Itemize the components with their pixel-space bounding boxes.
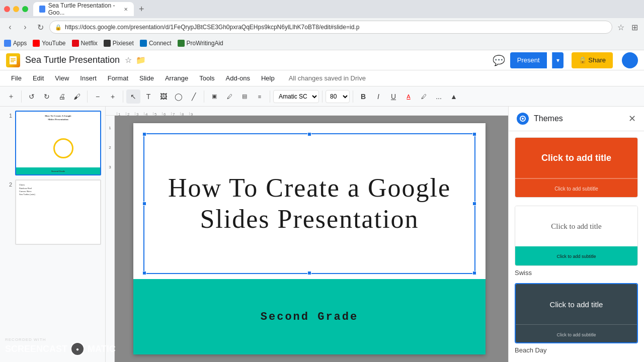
present-button[interactable]: Present — [510, 52, 547, 68]
slide-bottom-bar[interactable]: Second Grade — [133, 279, 486, 354]
text-tool-btn[interactable]: T — [141, 89, 155, 104]
select-tool-btn[interactable]: ↖ — [126, 89, 140, 104]
thumb2-content: Clams Rainbow Reef Canvas Skins Sea Turt… — [16, 180, 100, 243]
highlight-btn[interactable]: 🖊 — [417, 89, 431, 104]
theme2-title-placeholder: Click to add title — [551, 222, 601, 231]
user-avatar[interactable] — [622, 52, 638, 68]
slides-panel: 1 How To Create a GoogleSlides Presentat… — [0, 107, 106, 362]
app-container: Sea Turtle Presentation ☆ 📁 💬 Present ▾ … — [0, 50, 644, 362]
tab-close-btn[interactable]: ✕ — [124, 7, 128, 12]
minimize-window-btn[interactable] — [13, 6, 19, 12]
paint-format-btn[interactable]: 🖌 — [70, 89, 84, 104]
tick-4: 4 — [144, 112, 153, 115]
slide-main-title[interactable]: How To Create a Google Slides Presentati… — [143, 133, 475, 274]
menu-edit[interactable]: Edit — [28, 72, 49, 84]
themes-close-btn[interactable]: ✕ — [628, 113, 636, 124]
toolbar-divider-5 — [270, 90, 270, 103]
maximize-window-btn[interactable] — [22, 6, 28, 12]
print-btn[interactable]: 🖨 — [55, 89, 69, 104]
theme3-title-placeholder: Click to add title — [550, 300, 603, 309]
bookmark-youtube-label: YouTube — [42, 40, 65, 47]
add-btn[interactable]: ＋ — [4, 89, 18, 104]
tick-6: 6 — [162, 112, 171, 115]
image-tool-btn[interactable]: 🖼 — [156, 89, 171, 104]
canvas-area: 1 2 3 4 5 6 7 8 9 1 2 3 — [106, 107, 508, 362]
theme-item-2[interactable]: Click to add title Click to add subtitle… — [515, 206, 638, 277]
menu-file[interactable]: File — [6, 72, 27, 84]
apps-icon — [4, 40, 11, 47]
url-display: https://docs.google.com/presentation/d/1… — [65, 24, 359, 31]
active-tab[interactable]: Sea Turtle Presentation - Goo... ✕ — [33, 2, 134, 16]
menu-help[interactable]: Help — [256, 72, 280, 84]
lines-tool-btn[interactable]: ╱ — [187, 89, 201, 104]
doc-title[interactable]: Sea Turtle Presentation — [25, 55, 120, 65]
toolbar-divider-3 — [123, 90, 123, 103]
theme-item-3[interactable]: Click to add title Click to add subtitle… — [515, 283, 638, 354]
menu-addons[interactable]: Add-ons — [221, 72, 255, 84]
menu-tools[interactable]: Tools — [194, 72, 219, 84]
underline-btn[interactable]: U — [386, 89, 400, 104]
theme1-bottom: Click to add subtitle — [515, 178, 637, 198]
toolbar-divider-4 — [204, 90, 204, 103]
slide-thumb-1[interactable]: How To Create a GoogleSlides Presentatio… — [15, 111, 101, 175]
theme-preview-2: Click to add title Click to add subtitle — [515, 206, 638, 266]
recorded-with-text: RECORDED WITH — [5, 337, 46, 342]
redo-btn[interactable]: ↻ — [40, 89, 54, 104]
shapes-tool-btn[interactable]: ◯ — [172, 89, 186, 104]
bookmark-netflix[interactable]: Netflix — [72, 40, 98, 47]
theme1-title-placeholder: Click to add title — [541, 153, 611, 163]
close-window-btn[interactable] — [4, 6, 10, 12]
bookmark-prowritingaid[interactable]: ProWritingAid — [178, 40, 223, 47]
theme-item-1[interactable]: Click to add title Click to add subtitle — [515, 137, 638, 200]
star-icon[interactable]: ☆ — [125, 55, 132, 65]
toolbar-divider-2 — [87, 90, 88, 103]
theme1-subtitle-placeholder: Click to add subtitle — [554, 186, 598, 192]
italic-btn[interactable]: I — [371, 89, 385, 104]
slide-thumb-2[interactable]: Clams Rainbow Reef Canvas Skins Sea Turt… — [15, 179, 101, 244]
bookmark-pixieset[interactable]: Pixieset — [104, 40, 134, 47]
more-options-btn[interactable]: ... — [432, 89, 446, 104]
zoom-in-btn[interactable]: + — [106, 89, 120, 104]
extensions-icon[interactable]: ⊞ — [631, 23, 638, 32]
bg-color-btn[interactable]: ▣ — [207, 89, 221, 104]
reload-btn[interactable]: ↻ — [34, 23, 46, 32]
share-button[interactable]: 🔒 Share — [572, 52, 613, 68]
browser-chrome: Sea Turtle Presentation - Goo... ✕ + ‹ ›… — [0, 0, 644, 50]
font-selector[interactable]: Amatic SC — [273, 90, 319, 103]
border-width-btn[interactable]: ≡ — [253, 89, 267, 104]
save-status: All changes saved in Drive — [289, 74, 366, 82]
zoom-out-btn[interactable]: − — [91, 89, 105, 104]
border-color-btn[interactable]: ▤ — [237, 89, 252, 104]
bold-btn[interactable]: B — [356, 89, 370, 104]
undo-btn[interactable]: ↺ — [25, 89, 39, 104]
address-bar[interactable]: 🔒 https://docs.google.com/presentation/d… — [49, 21, 612, 34]
bookmark-apps[interactable]: Apps — [4, 40, 27, 47]
bookmark-star-icon[interactable]: ☆ — [617, 23, 624, 32]
bookmark-connect[interactable]: Connect — [140, 40, 172, 47]
present-dropdown-btn[interactable]: ▾ — [552, 52, 564, 68]
font-size-selector[interactable]: 80 — [326, 90, 350, 103]
theme2-subtitle-placeholder: Click to add subtitle — [556, 254, 596, 259]
fill-color-btn[interactable]: 🖊 — [222, 89, 236, 104]
font-color-btn[interactable]: A — [401, 89, 416, 104]
folder-icon[interactable]: 📁 — [136, 55, 146, 65]
new-tab-btn[interactable]: + — [137, 4, 146, 15]
theme2-top: Click to add title — [515, 206, 637, 246]
theme2-bottom: Click to add subtitle — [515, 246, 637, 266]
collapse-toolbar-btn[interactable]: ▲ — [447, 89, 461, 104]
forward-btn[interactable]: › — [19, 23, 31, 32]
share-icon: 🔒 — [579, 56, 589, 64]
back-btn[interactable]: ‹ — [4, 23, 16, 32]
theme-preview-1: Click to add title Click to add subtitle — [515, 137, 638, 198]
bookmark-youtube[interactable]: YouTube — [33, 40, 65, 47]
comments-btn[interactable]: 💬 — [493, 54, 505, 66]
menu-view[interactable]: View — [50, 72, 74, 84]
slide-canvas[interactable]: How To Create a Google Slides Presentati… — [133, 123, 486, 354]
slide-canvas-wrapper[interactable]: How To Create a Google Slides Presentati… — [106, 116, 508, 362]
menu-arrange[interactable]: Arrange — [160, 72, 193, 84]
menu-slide[interactable]: Slide — [134, 72, 159, 84]
tab-bar: Sea Turtle Presentation - Goo... ✕ + — [0, 0, 644, 18]
bookmark-netflix-label: Netflix — [81, 40, 98, 47]
menu-format[interactable]: Format — [103, 72, 133, 84]
menu-insert[interactable]: Insert — [75, 72, 102, 84]
